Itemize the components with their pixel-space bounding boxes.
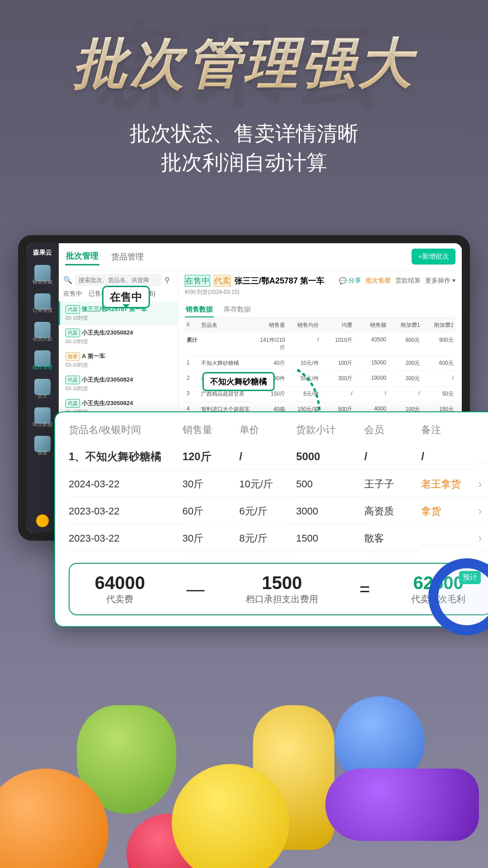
status-on-sale[interactable]: 在售中 — [63, 290, 82, 298]
product-highlight-callout: 不知火舞砂糖橘 — [202, 372, 275, 391]
sidebar-item-member-debt[interactable]: 会员欠款 — [33, 322, 52, 342]
sidebar-item-batch[interactable]: 批次管理 — [33, 350, 52, 371]
sold-out-button[interactable]: 批次售罄 — [366, 277, 391, 285]
sidebar-bottom-badge — [36, 514, 49, 527]
detail-tag-consign: 代卖 — [214, 275, 231, 287]
share-button[interactable]: 💬分享 — [339, 277, 361, 285]
search-icon: 🔍 — [63, 276, 72, 284]
tab-batch-manage[interactable]: 批次管理 — [65, 248, 99, 265]
detail-subtitle: 时间:到货(2024-03-10) — [185, 288, 455, 296]
hero-subtitle: 批次状态、售卖详情清晰 批次利润自动计算 — [0, 119, 488, 177]
data-tab-stock[interactable]: 库存数据 — [223, 302, 252, 317]
detail-title: 张三三/鄂A25787 第一车 — [235, 275, 324, 286]
sidebar-item-settings[interactable]: 设置 — [34, 436, 51, 456]
sales-detail-overlay: 货品名/收银时间销售量单价货款小计会员备注 1、不知火舞砂糖橘120斤/5000… — [54, 411, 488, 627]
wechat-icon: 💬 — [339, 277, 347, 284]
batch-item[interactable]: 自家A 第一车 03-10到货 — [59, 349, 178, 372]
magnifier-icon — [428, 558, 488, 649]
data-tab-sales[interactable]: 销售数据 — [185, 302, 214, 317]
tab-goods-manage[interactable]: 货品管理 — [110, 249, 145, 265]
batch-item[interactable]: 代卖小王先生/23050824 03-10到货 — [59, 325, 178, 349]
on-sale-callout: 在售中 — [102, 286, 150, 308]
sidebar-item-shift[interactable]: 班次数据 — [33, 407, 52, 428]
more-actions-button[interactable]: 更多操作 ▾ — [425, 277, 455, 285]
chevron-right-icon[interactable]: › — [478, 498, 488, 525]
sidebar-item-owner[interactable]: 货主 — [34, 379, 51, 399]
detail-tag-onsale: 在售中 — [185, 275, 210, 287]
filter-icon[interactable]: ⚲ — [164, 276, 174, 285]
add-batch-button[interactable]: +新增批次 — [412, 249, 455, 264]
decorative-vegetables — [0, 633, 488, 868]
search-input[interactable] — [75, 274, 162, 286]
batch-item[interactable]: 代卖小王先生/23050824 03-10到货 — [59, 372, 178, 396]
settlement-button[interactable]: 货款结算 — [395, 277, 421, 285]
profit-summary-bar: 64000代卖费 — 1500档口承担支出费用 = 62500 代卖批次毛利 预… — [69, 563, 488, 615]
app-logo: 森果云 — [33, 249, 52, 257]
sidebar-item-orders[interactable]: 订单管理 — [33, 293, 52, 314]
chevron-right-icon[interactable]: › — [478, 525, 488, 552]
sidebar-item-sales[interactable]: 销售收银 — [33, 265, 52, 285]
hero-title: 批次管理强大 — [0, 27, 488, 101]
chevron-right-icon[interactable]: › — [478, 471, 488, 498]
